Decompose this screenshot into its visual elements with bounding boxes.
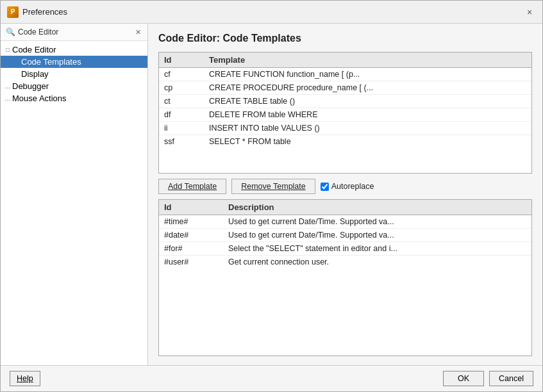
col-header-id: Id [159,53,204,68]
tree: □ Code Editor Code Templates Display … D… [1,41,147,365]
tree-item-debugger[interactable]: … Debugger [1,80,147,92]
col-header-template: Template [204,53,531,68]
search-input[interactable] [18,28,131,37]
variables-table: Id Description #time#Used to get current… [159,200,531,268]
table-row[interactable]: #for#Select the "SELECT" statement in ed… [159,242,531,256]
templates-table: Id Template cfCREATE FUNCTION function_n… [159,53,531,148]
cell-id: df [159,108,204,122]
table-row[interactable]: ctCREATE TABLE table () [159,95,531,108]
cell-template: INSERT INTO table VALUES () [204,122,531,135]
help-button[interactable]: Help [10,371,40,386]
tree-item-code-templates[interactable]: Code Templates [1,56,147,68]
remove-template-button[interactable]: Remove Template [231,179,315,194]
search-clear-button[interactable]: ✕ [134,28,142,37]
preferences-dialog: P Preferences × 🔍 ✕ □ Code Editor Code T… [0,0,543,392]
cell-id: #date# [159,229,223,242]
tree-label: Display [21,69,49,79]
right-panel: Code Editor: Code Templates Id Template … [148,24,542,365]
ok-button[interactable]: OK [443,371,484,386]
tree-label: Mouse Actions [12,94,67,103]
tree-item-mouse-actions[interactable]: … Mouse Actions [1,92,147,104]
dialog-title: Preferences [22,7,67,17]
title-bar: P Preferences × [1,1,542,24]
title-bar-left: P Preferences [7,6,67,18]
autoreplace-label[interactable]: Autoreplace [321,182,374,191]
cell-id: #for# [159,242,223,256]
cell-description: Select the "SELECT" statement in editor … [223,242,531,256]
tree-label: Code Templates [21,57,81,67]
search-bar: 🔍 ✕ [1,24,147,41]
autoreplace-text: Autoreplace [331,182,374,191]
cell-description: Used to get current Date/Time. Supported… [223,215,531,229]
toolbar: Add Template Remove Template Autoreplace [158,174,532,199]
cell-description: Used to get current Date/Time. Supported… [223,229,531,242]
cell-id: ii [159,122,204,135]
desc-table-container: Id Description #time#Used to get current… [158,199,532,356]
autoreplace-checkbox[interactable] [321,183,329,191]
cell-id: #user# [159,256,223,269]
tree-label: Debugger [12,81,49,91]
search-icon: 🔍 [6,28,15,37]
footer-right: OK Cancel [443,371,533,386]
tree-expand-icon: … [3,95,12,102]
table-row[interactable]: cpCREATE PROCEDURE procedure_name [ (... [159,81,531,95]
cell-id: ct [159,95,204,108]
tree-expand-icon: … [3,83,12,90]
cell-template: SELECT * FROM table [204,135,531,149]
dialog-body: 🔍 ✕ □ Code Editor Code Templates Display [1,24,542,365]
cell-id: cp [159,81,204,95]
top-table-container: Id Template cfCREATE FUNCTION function_n… [158,52,532,174]
cancel-button[interactable]: Cancel [489,371,533,386]
left-panel: 🔍 ✕ □ Code Editor Code Templates Display [1,24,148,365]
table-row[interactable]: cfCREATE FUNCTION function_name [ (p... [159,68,531,81]
cell-template: DELETE FROM table WHERE [204,108,531,122]
desc-col-header-id: Id [159,200,223,215]
table-row[interactable]: #date#Used to get current Date/Time. Sup… [159,229,531,242]
add-template-button[interactable]: Add Template [158,179,226,194]
table-row[interactable]: ssfSELECT * FROM table [159,135,531,149]
cell-template: CREATE PROCEDURE procedure_name [ (... [204,81,531,95]
table-row[interactable]: #user#Get current connection user. [159,256,531,269]
table-row[interactable]: #time#Used to get current Date/Time. Sup… [159,215,531,229]
footer-left: Help [10,371,40,386]
cell-id: #time# [159,215,223,229]
table-row[interactable]: dfDELETE FROM table WHERE [159,108,531,122]
app-icon: P [7,6,19,18]
desc-col-header-desc: Description [223,200,531,215]
cell-id: cf [159,68,204,81]
tree-label: Code Editor [12,45,56,54]
close-button[interactable]: × [523,6,536,19]
cell-template: CREATE TABLE table () [204,95,531,108]
footer: Help OK Cancel [1,365,542,391]
cell-template: CREATE FUNCTION function_name [ (p... [204,68,531,81]
tree-item-display[interactable]: Display [1,68,147,80]
cell-description: Get current connection user. [223,256,531,269]
tree-item-code-editor[interactable]: □ Code Editor [1,44,147,56]
table-row[interactable]: iiINSERT INTO table VALUES () [159,122,531,135]
tree-expand-icon: □ [3,46,12,53]
cell-id: ssf [159,135,204,149]
panel-title: Code Editor: Code Templates [158,33,532,44]
